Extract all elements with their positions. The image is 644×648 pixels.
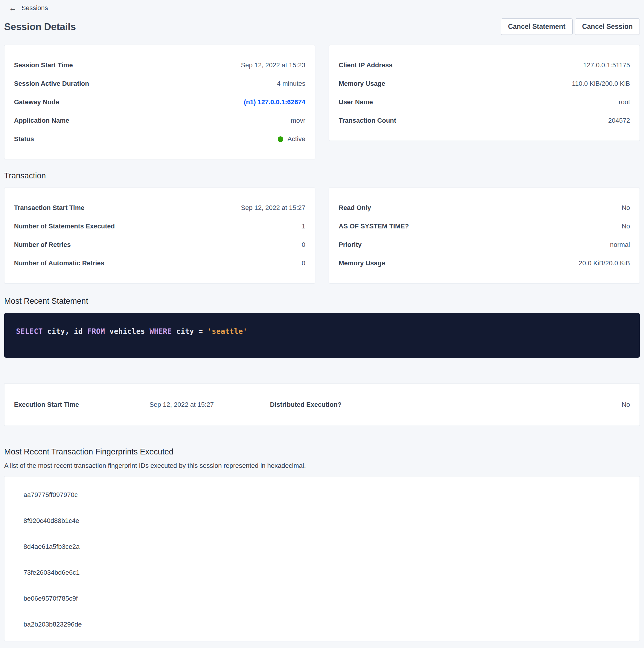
application-name-row: Application Name movr xyxy=(14,111,305,130)
kv-label: Transaction Start Time xyxy=(14,204,84,212)
user-name-row: User Name root xyxy=(339,93,630,111)
session-summary-grid: Session Start Time Sep 12, 2022 at 15:23… xyxy=(4,45,640,159)
distributed-execution-label: Distributed Execution? xyxy=(270,401,342,409)
kv-value: Sep 12, 2022 at 15:27 xyxy=(241,204,305,212)
kv-value: 20.0 KiB/20.0 KiB xyxy=(579,259,630,267)
kv-value: 0 xyxy=(302,241,305,249)
gateway-node-row: Gateway Node (n1) 127.0.0.1:62674 xyxy=(14,93,305,111)
kv-value: Sep 12, 2022 at 15:23 xyxy=(241,61,305,69)
kv-value: root xyxy=(619,98,630,106)
kv-label: Memory Usage xyxy=(339,259,386,267)
kv-value: 110.0 KiB/200.0 KiB xyxy=(572,80,630,88)
kv-value: 1 xyxy=(302,222,305,230)
fingerprint-item: 8f920c40d88b1c4e xyxy=(4,508,640,534)
kv-label: Transaction Count xyxy=(339,117,396,124)
execution-start-time-value: Sep 12, 2022 at 15:27 xyxy=(150,401,270,409)
back-arrow-icon: ← xyxy=(9,4,17,12)
client-ip-row: Client IP Address 127.0.0.1:51175 xyxy=(339,56,630,74)
status-badge: Active xyxy=(278,135,305,143)
cancel-statement-button[interactable]: Cancel Statement xyxy=(501,18,573,35)
fingerprint-item: 8d4ae61a5fb3ce2a xyxy=(4,534,640,559)
transaction-info-card: Transaction Start Time Sep 12, 2022 at 1… xyxy=(4,187,315,283)
session-info-card: Session Start Time Sep 12, 2022 at 15:23… xyxy=(4,45,315,159)
fingerprints-section-title: Most Recent Transaction Fingerprints Exe… xyxy=(4,447,640,456)
kv-value: 0 xyxy=(302,259,305,267)
session-active-duration-row: Session Active Duration 4 minutes xyxy=(14,74,305,93)
client-info-card: Client IP Address 127.0.0.1:51175 Memory… xyxy=(329,45,640,141)
statements-executed-row: Number of Statements Executed 1 xyxy=(14,217,305,235)
header-actions: Cancel Statement Cancel Session xyxy=(501,18,640,35)
txn-memory-usage-row: Memory Usage 20.0 KiB/20.0 KiB xyxy=(339,254,630,272)
kv-value: No xyxy=(622,222,630,230)
kv-label: Session Start Time xyxy=(14,61,73,69)
transaction-grid: Transaction Start Time Sep 12, 2022 at 1… xyxy=(4,187,640,283)
transaction-count-row: Transaction Count 204572 xyxy=(339,111,630,130)
kv-label: Priority xyxy=(339,241,362,249)
kv-value: No xyxy=(622,204,630,212)
memory-usage-row: Memory Usage 110.0 KiB/200.0 KiB xyxy=(339,74,630,93)
priority-row: Priority normal xyxy=(339,235,630,254)
kv-value: 127.0.0.1:51175 xyxy=(583,61,630,69)
transaction-section-title: Transaction xyxy=(4,171,640,180)
breadcrumb[interactable]: ← Sessions xyxy=(9,0,48,12)
kv-label: Status xyxy=(14,135,34,143)
kv-label: Session Active Duration xyxy=(14,80,89,88)
transaction-props-card: Read Only No AS OF SYSTEM TIME? No Prior… xyxy=(329,187,640,283)
read-only-row: Read Only No xyxy=(339,199,630,217)
retries-row: Number of Retries 0 xyxy=(14,235,305,254)
kv-label: User Name xyxy=(339,98,373,106)
kv-value: movr xyxy=(291,117,305,124)
kv-label: Gateway Node xyxy=(14,98,59,106)
kv-label: AS OF SYSTEM TIME? xyxy=(339,222,409,230)
automatic-retries-row: Number of Automatic Retries 0 xyxy=(14,254,305,272)
execution-card: Execution Start Time Sep 12, 2022 at 15:… xyxy=(4,383,640,426)
status-row: Status Active xyxy=(14,130,305,148)
kv-value: 204572 xyxy=(608,117,630,124)
statement-section-title: Most Recent Statement xyxy=(4,296,640,306)
fingerprints-card: aa79775ff097970c 8f920c40d88b1c4e 8d4ae6… xyxy=(4,476,640,641)
fingerprint-item: 73fe26034bd6e6c1 xyxy=(4,559,640,586)
kv-label: Number of Automatic Retries xyxy=(14,259,105,267)
fingerprint-item: be06e9570f785c9f xyxy=(4,586,640,611)
session-details-page: ← Sessions Session Details Cancel Statem… xyxy=(0,0,644,641)
sql-keyword: FROM xyxy=(87,327,110,336)
kv-value: normal xyxy=(610,241,630,249)
kv-label: Number of Retries xyxy=(14,241,71,249)
cancel-session-button[interactable]: Cancel Session xyxy=(575,18,640,35)
session-start-time-row: Session Start Time Sep 12, 2022 at 15:23 xyxy=(14,56,305,74)
kv-label: Application Name xyxy=(14,117,69,124)
sql-statement-box: SELECT city, id FROM vehicles WHERE city… xyxy=(4,313,640,358)
status-text: Active xyxy=(288,135,305,143)
kv-label: Client IP Address xyxy=(339,61,393,69)
sql-text: city = xyxy=(176,327,208,336)
sql-text: city, id xyxy=(47,327,87,336)
kv-label: Memory Usage xyxy=(339,80,386,88)
sql-statement: SELECT city, id FROM vehicles WHERE city… xyxy=(16,327,247,336)
fingerprint-item: aa79775ff097970c xyxy=(4,482,640,508)
sql-keyword: WHERE xyxy=(150,327,176,336)
status-active-dot-icon xyxy=(278,137,283,142)
sql-keyword: SELECT xyxy=(16,327,47,336)
page-header: Session Details Cancel Statement Cancel … xyxy=(4,18,640,35)
sql-string-literal: 'seattle' xyxy=(208,327,248,336)
sql-text: vehicles xyxy=(110,327,150,336)
fingerprint-item: ba2b203b823296de xyxy=(4,611,640,637)
kv-label: Number of Statements Executed xyxy=(14,222,115,230)
transaction-start-time-row: Transaction Start Time Sep 12, 2022 at 1… xyxy=(14,199,305,217)
page-title: Session Details xyxy=(4,21,76,33)
distributed-execution-value: No xyxy=(342,401,630,409)
fingerprints-description: A list of the most recent transaction fi… xyxy=(4,462,640,470)
execution-start-time-label: Execution Start Time xyxy=(14,401,150,409)
kv-label: Read Only xyxy=(339,204,371,212)
gateway-node-link[interactable]: (n1) 127.0.0.1:62674 xyxy=(244,98,305,106)
breadcrumb-label: Sessions xyxy=(21,4,48,12)
kv-value: 4 minutes xyxy=(277,80,305,88)
as-of-system-time-row: AS OF SYSTEM TIME? No xyxy=(339,217,630,235)
